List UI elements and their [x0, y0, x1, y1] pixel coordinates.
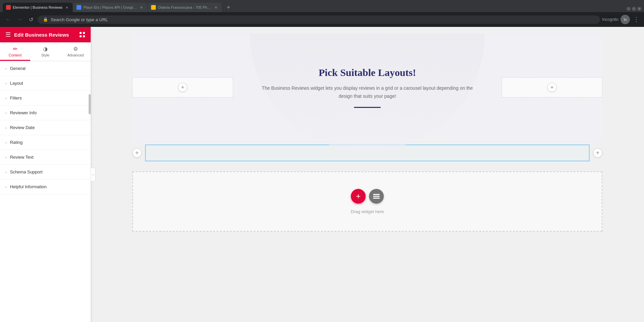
address-bar: ← → ↺ 🔒 Search Google or type a URL Inco…: [0, 12, 644, 27]
tab-elementor[interactable]: Elementor | Business Reviews ✕: [3, 3, 73, 12]
svg-rect-3: [83, 35, 85, 37]
tab-label-elementor: Elementor | Business Reviews: [13, 5, 62, 9]
section-filters[interactable]: › Filters: [0, 91, 91, 106]
sidebar-header: ☰ Edit Business Reviews: [0, 27, 91, 42]
incognito-label: Incognito: [602, 17, 618, 22]
profile-avatar[interactable]: In: [620, 15, 630, 24]
drop-zone: + Drag widget here: [132, 171, 602, 232]
address-text: Search Google or type a URL: [51, 17, 108, 22]
svg-rect-0: [80, 32, 82, 34]
close-window-button[interactable]: ✕: [637, 7, 641, 11]
section-schema-label: Schema Support: [10, 169, 43, 174]
right-column-plus[interactable]: +: [547, 83, 557, 92]
tab-label-osteria: Osteria Francescana - 705 Photo...: [158, 5, 212, 9]
advanced-tab-label: Advanced: [67, 53, 84, 57]
sidebar-title: Edit Business Reviews: [14, 32, 69, 38]
section-filters-label: Filters: [10, 95, 22, 100]
minimize-button[interactable]: ─: [627, 7, 631, 11]
browser-menu-button[interactable]: ⋮: [632, 14, 641, 25]
tab-favicon-places: [77, 5, 81, 10]
hero-description: The Business Reviews widget lets you dis…: [257, 84, 478, 100]
hamburger-icon[interactable]: ☰: [5, 31, 11, 38]
tab-close-elementor[interactable]: ✕: [64, 5, 69, 10]
section-review-text[interactable]: › Review Text: [0, 150, 91, 165]
advanced-tab-icon: ⚙: [73, 46, 78, 52]
section-helpful-info[interactable]: › Helpful Information: [0, 179, 91, 194]
chevron-date: ›: [5, 126, 7, 130]
section-general-label: General: [10, 66, 26, 71]
tab-bar: Elementor | Business Reviews ✕ Place IDs…: [0, 0, 644, 12]
svg-rect-5: [373, 196, 380, 197]
tab-osteria[interactable]: Osteria Francescana - 705 Photo... ✕: [148, 3, 222, 12]
browser-chrome: Elementor | Business Reviews ✕ Place IDs…: [0, 0, 644, 27]
add-widget-button[interactable]: [369, 189, 384, 204]
chevron-helpful: ›: [5, 185, 7, 189]
right-column-container: +: [502, 77, 602, 97]
left-column-plus[interactable]: +: [178, 83, 187, 92]
sidebar-tabs: ✏ Content ◑ Style ⚙ Advanced: [0, 42, 91, 61]
tab-content[interactable]: ✏ Content: [0, 42, 30, 61]
sidebar-scrollbar[interactable]: [89, 94, 91, 114]
style-tab-icon: ◑: [43, 46, 48, 52]
right-column-placeholder[interactable]: +: [502, 77, 602, 97]
drop-buttons: +: [351, 189, 384, 204]
hero-divider: [354, 107, 381, 108]
section-schema-support[interactable]: › Schema Support: [0, 165, 91, 179]
tab-style[interactable]: ◑ Style: [30, 42, 60, 61]
hero-title: Pick Suitable Layouts!: [257, 67, 478, 78]
canvas-area: + + Pick Suitable Layouts! The Business …: [91, 27, 644, 322]
section-reviewer-info[interactable]: › Reviewer Info: [0, 106, 91, 120]
incognito-area: Incognito In: [602, 15, 630, 24]
section-date-label: Review Date: [10, 125, 35, 130]
widget-row-add-left[interactable]: +: [132, 148, 142, 158]
tab-places[interactable]: Place IDs | Places API | Google... ✕: [73, 3, 147, 12]
content-tab-label: Content: [9, 53, 22, 57]
section-rating[interactable]: › Rating: [0, 135, 91, 150]
svg-rect-6: [373, 198, 380, 199]
chevron-schema: ›: [5, 170, 7, 174]
address-input[interactable]: 🔒 Search Google or type a URL: [38, 15, 600, 24]
back-button[interactable]: ←: [3, 15, 13, 24]
canvas-inner: + + Pick Suitable Layouts! The Business …: [91, 27, 644, 322]
hero-content: Pick Suitable Layouts! The Business Revi…: [250, 53, 485, 122]
chevron-rating: ›: [5, 140, 7, 145]
section-layout[interactable]: › Layout: [0, 76, 91, 91]
section-rating-label: Rating: [10, 140, 23, 145]
svg-rect-2: [80, 35, 82, 37]
forward-button[interactable]: →: [15, 15, 24, 24]
section-layout-label: Layout: [10, 81, 23, 86]
tab-close-osteria[interactable]: ✕: [214, 5, 218, 10]
drop-text: Drag widget here: [351, 209, 384, 214]
collapse-arrow-icon: ‹: [92, 173, 93, 176]
widget-row-add-right[interactable]: +: [593, 148, 602, 158]
section-review-text-label: Review Text: [10, 155, 34, 160]
left-column-container: +: [132, 77, 233, 97]
window-controls: ─ □ ✕: [627, 7, 641, 12]
chevron-review-text: ›: [5, 155, 7, 159]
section-review-date[interactable]: › Review Date: [0, 120, 91, 135]
maximize-button[interactable]: □: [632, 7, 636, 11]
hero-section: + + Pick Suitable Layouts! The Business …: [132, 34, 602, 141]
grid-icon[interactable]: [79, 32, 85, 38]
section-general[interactable]: › General: [0, 61, 91, 76]
svg-rect-4: [373, 194, 380, 195]
tab-close-places[interactable]: ✕: [139, 5, 144, 10]
left-column-placeholder[interactable]: +: [132, 77, 233, 97]
lock-icon: 🔒: [43, 17, 48, 22]
tab-label-places: Place IDs | Places API | Google...: [83, 5, 137, 9]
chevron-layout: ›: [5, 81, 7, 85]
add-section-button[interactable]: +: [351, 189, 366, 204]
section-reviewer-label: Reviewer Info: [10, 110, 37, 115]
tab-favicon-elementor: [6, 5, 11, 10]
sidebar-collapse-handle[interactable]: ‹: [91, 168, 95, 181]
tab-favicon-osteria: [151, 5, 156, 10]
chevron-filters: ›: [5, 96, 7, 100]
new-tab-button[interactable]: +: [224, 3, 233, 12]
svg-rect-1: [83, 32, 85, 34]
style-tab-label: Style: [41, 53, 49, 57]
reload-button[interactable]: ↺: [26, 15, 36, 24]
tab-advanced[interactable]: ⚙ Advanced: [60, 42, 91, 61]
chevron-general: ›: [5, 67, 7, 71]
section-helpful-label: Helpful Information: [10, 184, 47, 189]
chevron-reviewer: ›: [5, 111, 7, 115]
